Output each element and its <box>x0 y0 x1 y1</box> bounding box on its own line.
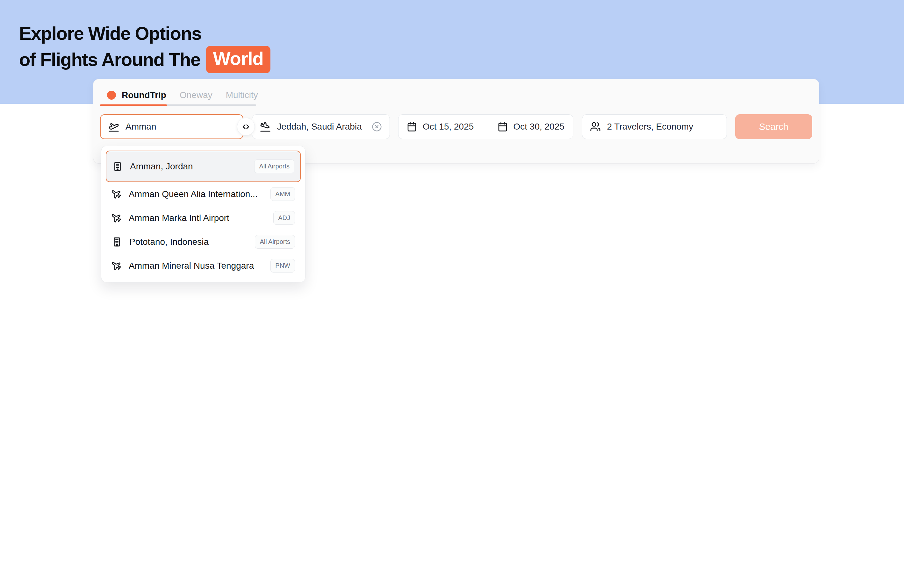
depart-date-value: Oct 15, 2025 <box>423 121 474 132</box>
suggestion-code-badge: AMM <box>270 187 295 201</box>
swap-airports-button[interactable] <box>237 118 255 136</box>
travelers-icon <box>590 121 601 132</box>
date-range-field: Oct 15, 2025 Oct 30, 2025 <box>398 114 574 139</box>
calendar-icon <box>407 121 417 132</box>
page-title-line2: of Flights Around The <box>19 47 200 72</box>
destination-input[interactable]: Jeddah, Saudi Arabia <box>252 114 390 139</box>
airport-suggestions-dropdown: Amman, Jordan All Airports Amman Queen A… <box>101 146 305 282</box>
title-highlight-badge: World <box>206 46 270 73</box>
search-button[interactable]: Search <box>735 114 812 139</box>
city-building-icon <box>112 236 122 247</box>
suggestion-code-badge: All Airports <box>255 235 295 249</box>
calendar-icon <box>498 121 508 132</box>
airplane-icon <box>111 260 122 271</box>
tab-oneway[interactable]: Oneway <box>180 90 212 100</box>
origin-input[interactable]: Amman <box>100 114 243 139</box>
depart-date-input[interactable]: Oct 15, 2025 <box>398 115 483 139</box>
tab-multicity[interactable]: Multicity <box>226 90 258 100</box>
suggestion-name: Amman, Jordan <box>130 161 193 172</box>
suggestion-amman-jordan[interactable]: Amman, Jordan All Airports <box>106 151 301 182</box>
suggestion-pototano[interactable]: Pototano, Indonesia All Airports <box>106 230 301 254</box>
origin-value: Amman <box>125 121 156 132</box>
suggestion-code-badge: All Airports <box>254 159 294 173</box>
suggestion-name: Amman Marka Intl Airport <box>129 213 229 223</box>
trip-type-tabs: RoundTrip Oneway Multicity <box>107 90 258 100</box>
suggestion-amman-mineral[interactable]: Amman Mineral Nusa Tenggara PNW <box>106 254 301 277</box>
travelers-class-input[interactable]: 2 Travelers, Economy <box>582 114 727 139</box>
search-fields-row: Amman Jeddah, S <box>100 114 812 139</box>
clear-destination-button[interactable] <box>372 121 382 132</box>
tab-roundtrip-label: RoundTrip <box>122 90 166 100</box>
swap-chevrons-icon <box>242 122 250 131</box>
plane-landing-icon <box>260 121 271 132</box>
suggestion-name: Pototano, Indonesia <box>129 237 209 247</box>
airplane-icon <box>111 212 122 224</box>
active-tab-indicator <box>100 104 167 106</box>
destination-value: Jeddah, Saudi Arabia <box>277 121 362 132</box>
page-title-line1: Explore Wide Options <box>19 21 270 46</box>
suggestion-code-badge: PNW <box>270 259 295 273</box>
suggestion-marka-intl[interactable]: Amman Marka Intl Airport ADJ <box>106 206 301 230</box>
suggestion-code-badge: ADJ <box>273 211 295 225</box>
airplane-icon <box>111 188 122 200</box>
travelers-value: 2 Travelers, Economy <box>607 121 694 132</box>
page-title: Explore Wide Options of Flights Around T… <box>19 21 270 73</box>
suggestion-name: Amman Mineral Nusa Tenggara <box>129 261 254 271</box>
suggestion-name: Amman Queen Alia Internation... <box>129 189 258 199</box>
active-tab-dot-icon <box>107 91 116 99</box>
flight-search-page: Explore Wide Options of Flights Around T… <box>0 0 904 588</box>
city-building-icon <box>112 161 123 172</box>
tabs-track <box>100 104 256 106</box>
tab-roundtrip[interactable]: RoundTrip <box>107 90 166 100</box>
return-date-value: Oct 30, 2025 <box>514 121 564 132</box>
return-date-input[interactable]: Oct 30, 2025 <box>489 115 574 139</box>
tab-oneway-label: Oneway <box>180 90 212 100</box>
plane-takeoff-icon <box>108 121 119 132</box>
tab-multicity-label: Multicity <box>226 90 258 100</box>
suggestion-queen-alia[interactable]: Amman Queen Alia Internation... AMM <box>106 182 301 206</box>
